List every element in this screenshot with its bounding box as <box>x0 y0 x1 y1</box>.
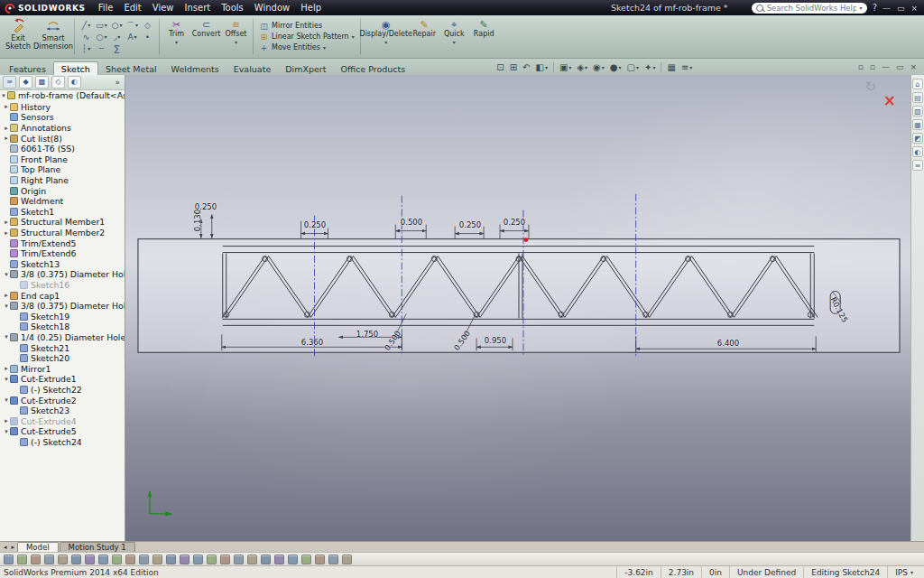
text-tool[interactable]: A▾ <box>125 31 140 42</box>
rectangle-tool[interactable]: ▭▾ <box>94 19 109 31</box>
tree-item-structural-member2[interactable]: ▸Structural Member2 <box>0 228 125 238</box>
taskbar-icon[interactable] <box>139 555 149 564</box>
tree-item-origin[interactable]: Origin <box>0 185 125 196</box>
tree-item-front-plane[interactable]: Front Plane <box>0 154 125 165</box>
fillet-tool[interactable]: ◞▾ <box>109 31 125 42</box>
tree-item-cut-extrude5[interactable]: ▾Cut-Extrude5 <box>0 426 125 437</box>
previous-view-icon-button[interactable]: ↶ <box>520 62 532 72</box>
taskbar-icon[interactable] <box>301 555 311 564</box>
section-view-icon-button[interactable]: ◧▾ <box>532 62 550 72</box>
confirm-sketch-icon[interactable]: ↻ <box>864 79 876 95</box>
display-style-icon-button[interactable]: ◈▾ <box>574 62 590 72</box>
taskbar-icon[interactable] <box>85 555 95 564</box>
taskbar-icon[interactable] <box>207 555 217 564</box>
propertymanager-tab[interactable]: ◆ <box>19 76 32 89</box>
taskbar-icon[interactable] <box>288 555 298 564</box>
tab-office-products[interactable]: Office Products <box>333 62 412 75</box>
tree-item-cut-extrude1[interactable]: ▾Cut-Extrude1 <box>0 374 125 385</box>
tree-item-sketch21[interactable]: Sketch21 <box>0 342 125 353</box>
move-entities-button[interactable]: +Move Entities▾ <box>259 43 355 52</box>
menu-help[interactable]: Help <box>295 2 327 14</box>
taskbar-icon[interactable] <box>58 555 68 564</box>
apply-scene-icon-button[interactable]: ▢▾ <box>624 62 642 72</box>
repair-sketch-button[interactable]: ✎RepairSketch <box>410 16 439 57</box>
tree-item-sketch20[interactable]: Sketch20 <box>0 353 125 364</box>
tree-item-history[interactable]: ▸History <box>0 102 125 113</box>
configurationmanager-tab[interactable]: ▩ <box>35 76 49 89</box>
expander-icon[interactable]: ▸ <box>3 417 10 424</box>
tree-item-cut-list-8[interactable]: ▸Cut list(8) <box>0 133 125 144</box>
expander-icon[interactable]: ▾ <box>3 428 10 435</box>
tab-scroll-right-icon[interactable]: ▸ <box>10 543 17 552</box>
help-icon[interactable]: ? <box>867 3 882 13</box>
tree-item-top-plane[interactable]: Top Plane <box>0 164 125 175</box>
taskbar-icon[interactable] <box>315 555 325 564</box>
expander-icon[interactable]: ▾ <box>3 376 10 383</box>
arc-tool[interactable]: ⌒▾ <box>125 19 140 31</box>
taskbar-icon[interactable] <box>328 555 338 564</box>
window-close-button[interactable]: × <box>910 4 918 13</box>
centerline-tool[interactable]: ┆▾ <box>79 42 94 54</box>
display-delete-relations-button[interactable]: ◉Display/DeleteRelations▾ <box>363 16 410 57</box>
taskbar-icon[interactable] <box>4 555 14 564</box>
taskbar-icon[interactable] <box>274 555 284 564</box>
tab-features[interactable]: Features <box>2 62 53 75</box>
taskbar-icon[interactable] <box>44 555 54 564</box>
appearances-icon[interactable]: ◩ <box>912 133 923 144</box>
tree-item-3-8-0-375-diameter-hole2[interactable]: ▾3/8 (0.375) Diameter Hole2 <box>0 301 125 312</box>
chevron-down-icon[interactable]: ▾ <box>860 5 863 11</box>
taskbar-icon[interactable] <box>112 555 122 564</box>
expander-icon[interactable]: ▸ <box>3 365 10 372</box>
menu-tools[interactable]: Tools <box>216 2 249 14</box>
taskbar-icon[interactable] <box>180 555 189 564</box>
taskbar-icon[interactable] <box>98 555 108 564</box>
construction-tool[interactable]: ╌ <box>94 42 109 54</box>
window-restore-button[interactable]: ▭ <box>897 4 905 13</box>
tree-item-right-plane[interactable]: Right Plane <box>0 175 125 186</box>
doc-restore-button[interactable]: ▭ <box>896 62 904 71</box>
tree-item-1-4-0-25-diameter-hole1[interactable]: ▾1/4 (0.25) Diameter Hole1 <box>0 332 125 343</box>
expander-icon[interactable]: ▾ <box>3 271 10 278</box>
search-input[interactable]: Search SolidWorks Help <box>767 4 856 13</box>
tree-root-item[interactable]: ▾ mf-rob-frame (Default<As Machin <box>0 90 125 101</box>
polygon-tool[interactable]: ◇ <box>140 19 155 31</box>
expander-icon[interactable]: ▾ <box>3 333 10 340</box>
offset-entities-button[interactable]: ≋OffsetEntities▾ <box>221 16 251 57</box>
tree-item-sketch22[interactable]: (-) Sketch22 <box>0 385 125 396</box>
point-tool[interactable]: • <box>140 31 155 42</box>
zoom-fit-icon-button[interactable]: ⊡ <box>494 62 506 72</box>
edit-appearance-icon-button[interactable]: ●▾ <box>607 62 624 72</box>
tree-item-structural-member1[interactable]: ▸Structural Member1 <box>0 217 125 228</box>
taskbar-icon[interactable] <box>125 555 135 564</box>
tab-evaluate[interactable]: Evaluate <box>226 62 279 75</box>
doc-float-icon[interactable]: ▫ <box>870 62 875 71</box>
menu-window[interactable]: Window <box>249 2 295 14</box>
tab-weldments[interactable]: Weldments <box>164 62 226 75</box>
menu-insert[interactable]: Insert <box>180 2 217 14</box>
spline-tool[interactable]: ∿ <box>79 31 94 42</box>
expander-icon[interactable]: ▸ <box>3 219 10 226</box>
tree-item-end-cap1[interactable]: ▸End cap1 <box>0 290 125 301</box>
tab-sheet-metal[interactable]: Sheet Metal <box>98 62 164 75</box>
ellipse-tool[interactable]: ○▾ <box>94 31 109 42</box>
menu-edit[interactable]: Edit <box>118 2 146 14</box>
tree-item-sketch19[interactable]: Sketch19 <box>0 311 125 322</box>
tab-motion-study-1[interactable]: Motion Study 1 <box>60 542 135 552</box>
expander-icon[interactable]: ▸ <box>3 292 10 299</box>
scene-illumination-icon[interactable]: ◐ <box>912 146 923 157</box>
quick-snaps-button[interactable]: ⌖QuickSnaps▾ <box>439 16 469 57</box>
circle-tool[interactable]: ○▾ <box>109 19 125 31</box>
menu-file[interactable]: File <box>93 2 119 14</box>
displaymanager-tab[interactable]: ◐ <box>68 76 81 89</box>
custom-properties-icon[interactable]: ≡ <box>912 160 923 171</box>
expander-icon[interactable]: ▸ <box>3 103 10 110</box>
window-minimize-button[interactable]: — <box>882 4 891 13</box>
taskbar-icon[interactable] <box>342 555 352 564</box>
view-palette-icon[interactable]: ▦ <box>912 119 923 130</box>
hide-show-items-icon-button[interactable]: ◉▾ <box>590 62 607 72</box>
tree-item-trim-extend6[interactable]: Trim/Extend6 <box>0 248 125 259</box>
solidworks-resources-icon[interactable]: ⌂ <box>912 79 923 89</box>
units-dropdown[interactable]: IPS ▾ <box>887 566 920 578</box>
taskbar-icon[interactable] <box>31 555 41 564</box>
smart-dimension-button[interactable]: SmartDimension <box>34 16 72 57</box>
